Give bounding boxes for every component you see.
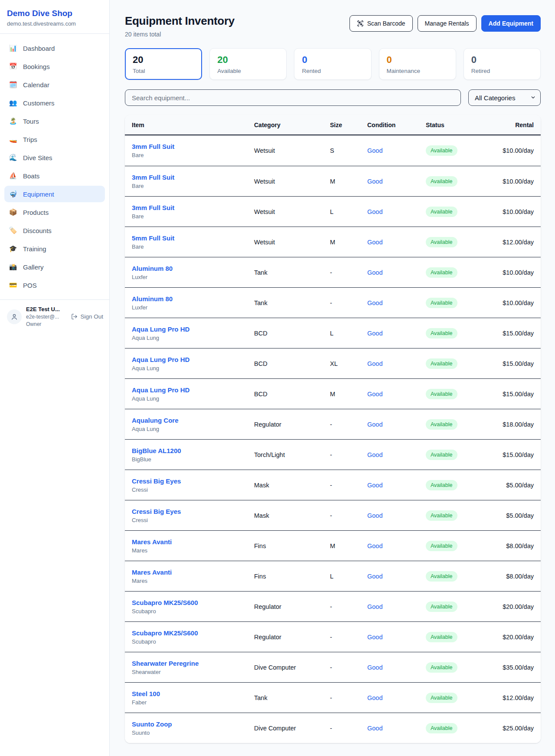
condition-link[interactable]: Good [367,178,382,185]
condition-link[interactable]: Good [367,451,382,458]
sidebar-item-customers[interactable]: 👥 Customers [4,95,105,111]
item-name-link[interactable]: Aqua Lung Pro HD [132,325,189,333]
header-actions: Scan Barcode Manage Rentals Add Equipmen… [349,15,541,32]
condition-link[interactable]: Good [367,573,382,580]
scan-barcode-button[interactable]: Scan Barcode [349,15,413,32]
item-name-link[interactable]: BigBlue AL1200 [132,447,181,454]
condition-cell: Good [367,360,426,367]
rental-rate: $10.00/day [500,178,534,185]
item-name-link[interactable]: Mares Avanti [132,538,172,546]
status-cell: Available [426,723,500,733]
rental-rate: $20.00/day [500,634,534,641]
sidebar-item-equipment[interactable]: 🤿 Equipment [4,186,105,202]
category-cell: Fins [254,542,330,549]
condition-cell: Good [367,147,426,154]
stat-card[interactable]: 20 Available [209,48,287,80]
bar-chart-icon: 📊 [9,44,17,52]
stat-card[interactable]: 20 Total [125,48,202,80]
sidebar-item-products[interactable]: 📦 Products [4,204,105,220]
stat-card[interactable]: 0 Retired [464,48,541,80]
table-row: Cressi Big Eyes Cressi Mask - Good Avail… [125,470,541,500]
status-badge: Available [426,662,457,673]
rental-rate: $8.00/day [500,573,534,580]
condition-link[interactable]: Good [367,694,382,701]
condition-link[interactable]: Good [367,421,382,428]
status-cell: Available [426,541,500,551]
item-name-link[interactable]: 3mm Full Suit [132,204,174,211]
speedboat-icon: 🚤 [9,135,17,143]
condition-link[interactable]: Good [367,603,382,610]
item-brand: Scubapro [132,608,254,615]
sidebar-item-dive-sites[interactable]: 🌊 Dive Sites [4,149,105,166]
condition-link[interactable]: Good [367,147,382,154]
item-name-link[interactable]: Steel 100 [132,690,160,697]
item-cell: Aqua Lung Pro HD Aqua Lung [132,386,254,402]
sidebar-item-calendar[interactable]: 🗓️ Calendar [4,76,105,93]
condition-cell: Good [367,421,426,428]
item-name-link[interactable]: 5mm Full Suit [132,234,174,242]
item-brand: Bare [132,152,254,158]
item-name-link[interactable]: Scubapro MK25/S600 [132,599,198,606]
item-name-link[interactable]: Aluminum 80 [132,295,173,302]
item-name-link[interactable]: Aqua Lung Pro HD [132,386,189,394]
status-badge: Available [426,358,457,369]
item-name-link[interactable]: Aluminum 80 [132,265,173,272]
item-name-link[interactable]: Suunto Zoop [132,720,172,728]
item-name-link[interactable]: Mares Avanti [132,569,172,576]
condition-link[interactable]: Good [367,664,382,671]
condition-link[interactable]: Good [367,299,382,306]
stat-label: Maintenance [387,68,448,74]
manage-rentals-button[interactable]: Manage Rentals [418,15,477,32]
shop-name-link[interactable]: Demo Dive Shop [7,9,102,18]
sidebar-item-pos[interactable]: 💳 POS [4,277,105,293]
category-cell: Regulator [254,634,330,641]
item-name-link[interactable]: 3mm Full Suit [132,174,174,181]
category-select[interactable]: All Categories [468,89,541,106]
sidebar-item-dashboard[interactable]: 📊 Dashboard [4,40,105,56]
sidebar-item-discounts[interactable]: 🏷️ Discounts [4,222,105,239]
item-name-link[interactable]: 3mm Full Suit [132,143,174,150]
sign-out-button[interactable]: Sign Out [71,313,103,320]
condition-link[interactable]: Good [367,391,382,398]
scan-barcode-label: Scan Barcode [367,20,405,27]
sidebar-nav: 📊 Dashboard 📅 Bookings 🗓️ Calendar 👥 Cus… [0,34,109,299]
item-name-link[interactable]: Aqua Lung Pro HD [132,356,189,363]
condition-link[interactable]: Good [367,360,382,367]
item-name-link[interactable]: Cressi Big Eyes [132,477,181,485]
item-brand: Faber [132,699,254,706]
sidebar-item-bookings[interactable]: 📅 Bookings [4,58,105,75]
item-cell: Mares Avanti Mares [132,538,254,554]
sidebar-item-tours[interactable]: 🏝️ Tours [4,113,105,129]
condition-link[interactable]: Good [367,725,382,732]
column-header-item: Item [132,122,254,128]
stat-card[interactable]: 0 Maintenance [379,48,456,80]
condition-link[interactable]: Good [367,330,382,337]
sidebar-item-training[interactable]: 🎓 Training [4,240,105,257]
search-input[interactable] [125,89,461,106]
condition-link[interactable]: Good [367,482,382,489]
item-name-link[interactable]: Shearwater Peregrine [132,660,199,667]
rental-rate: $10.00/day [500,299,534,306]
condition-link[interactable]: Good [367,634,382,641]
item-name-link[interactable]: Scubapro MK25/S600 [132,629,198,637]
person-icon [10,313,18,321]
sidebar-item-boats[interactable]: ⛵ Boats [4,168,105,184]
item-brand: Bare [132,183,254,189]
sidebar-item-gallery[interactable]: 📸 Gallery [4,259,105,275]
item-brand: Shearwater [132,669,254,675]
island-icon: 🏝️ [9,117,17,125]
item-name-link[interactable]: Cressi Big Eyes [132,508,181,515]
camera-icon: 📸 [9,263,17,271]
condition-link[interactable]: Good [367,512,382,519]
column-header-status: Status [426,122,500,128]
rental-rate: $15.00/day [500,360,534,367]
sidebar-item-trips[interactable]: 🚤 Trips [4,131,105,148]
rental-rate: $5.00/day [500,482,534,489]
condition-link[interactable]: Good [367,239,382,246]
stat-card[interactable]: 0 Rented [294,48,371,80]
condition-link[interactable]: Good [367,542,382,549]
item-name-link[interactable]: Aqualung Core [132,417,179,424]
condition-link[interactable]: Good [367,208,382,215]
add-equipment-button[interactable]: Add Equipment [481,15,541,32]
condition-link[interactable]: Good [367,269,382,276]
